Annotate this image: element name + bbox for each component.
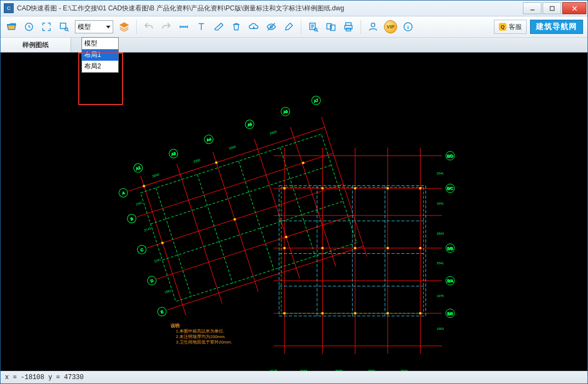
svg-text:2900: 2900 xyxy=(400,369,408,371)
svg-rect-106 xyxy=(419,247,421,249)
svg-rect-99 xyxy=(354,187,356,189)
drawing-canvas[interactable]: A2 A3 A4 A5 A6 A7 A B C D E 300033003300… xyxy=(1,53,587,371)
svg-line-32 xyxy=(156,188,191,296)
history-icon[interactable] xyxy=(22,20,36,33)
svg-text:C: C xyxy=(140,248,144,252)
svg-rect-42 xyxy=(285,236,288,238)
svg-text:B/A: B/A xyxy=(447,279,453,283)
nav-link-label: 建筑导航网 xyxy=(536,22,577,32)
status-bar: x = -18108 y = 47330 xyxy=(1,371,587,383)
svg-text:B/D: B/D xyxy=(447,154,453,158)
zoom-window-icon[interactable] xyxy=(57,20,71,33)
maximize-button[interactable] xyxy=(543,2,561,14)
separator xyxy=(136,20,137,34)
app-icon: C xyxy=(4,3,14,13)
svg-rect-108 xyxy=(322,312,324,315)
chevron-down-icon xyxy=(106,26,110,28)
open-icon[interactable] xyxy=(5,20,18,33)
svg-text:B/0: B/0 xyxy=(447,312,453,316)
close-button[interactable] xyxy=(562,2,586,14)
svg-line-36 xyxy=(150,165,331,224)
svg-text:B/C: B/C xyxy=(447,187,453,190)
svg-text:A2: A2 xyxy=(135,166,141,171)
fullscreen-icon[interactable] xyxy=(40,20,53,33)
layers-icon[interactable] xyxy=(118,20,131,33)
svg-text:2843: 2843 xyxy=(436,232,444,235)
svg-text:2541: 2541 xyxy=(436,172,444,175)
svg-rect-101 xyxy=(419,187,421,189)
eraser-icon[interactable] xyxy=(212,20,225,33)
info-icon[interactable] xyxy=(401,20,415,33)
svg-text:说明:: 说明: xyxy=(170,323,181,328)
undo-icon[interactable] xyxy=(142,20,155,33)
find-text-icon[interactable] xyxy=(307,20,320,33)
svg-rect-103 xyxy=(322,247,324,249)
svg-text:1953: 1953 xyxy=(436,327,444,330)
svg-line-24 xyxy=(167,246,363,310)
view-option-model[interactable]: 模型 xyxy=(82,38,118,49)
svg-text:6175: 6175 xyxy=(270,369,278,371)
separator xyxy=(301,20,301,34)
text-icon[interactable] xyxy=(195,20,208,33)
svg-line-25 xyxy=(141,176,186,315)
svg-line-30 xyxy=(322,117,367,257)
customer-service-button[interactable]: Q 客服 xyxy=(494,20,527,34)
vip-badge[interactable]: VIP xyxy=(384,20,397,33)
trash-icon[interactable] xyxy=(230,20,243,33)
application-window: C CAD快速看图 - E:\工作交接\01 CAD快速看图\B 产品化资料\产… xyxy=(0,0,588,384)
redo-icon[interactable] xyxy=(160,20,173,33)
svg-text:B/B: B/B xyxy=(447,247,453,251)
window-controls xyxy=(523,2,586,14)
svg-point-18 xyxy=(371,23,375,27)
svg-text:2.未注明墙厚均为200mm.: 2.未注明墙厚均为200mm. xyxy=(176,334,225,339)
print-icon[interactable] xyxy=(342,20,355,33)
svg-text:3300: 3300 xyxy=(193,158,201,164)
tab-label: 样例图纸 xyxy=(22,40,49,50)
svg-rect-111 xyxy=(419,312,421,315)
svg-text:2900: 2900 xyxy=(269,130,277,135)
nav-link-button[interactable]: 建筑导航网 xyxy=(530,20,583,34)
view-option-layout2[interactable]: 布局2 xyxy=(82,61,118,72)
customer-service-label: 客服 xyxy=(509,22,522,32)
svg-line-20 xyxy=(129,127,325,191)
svg-text:1.本图中标高以米为单位.: 1.本图中标高以米为单位. xyxy=(176,329,224,334)
tab-active[interactable]: 样例图纸 xyxy=(1,38,71,52)
window-title: CAD快速看图 - E:\工作交接\01 CAD快速看图\B 产品化资料\产品化… xyxy=(17,4,520,13)
view-option-layout1[interactable]: 布局1 xyxy=(82,49,118,61)
svg-text:E: E xyxy=(160,310,164,314)
svg-rect-38 xyxy=(143,185,145,188)
svg-line-34 xyxy=(238,161,273,269)
svg-rect-102 xyxy=(283,247,286,249)
svg-rect-97 xyxy=(283,187,286,189)
svg-text:2143: 2143 xyxy=(144,226,152,232)
svg-text:4933: 4933 xyxy=(300,369,307,371)
cloud-download-icon[interactable] xyxy=(247,20,260,33)
convert-icon[interactable] xyxy=(324,20,337,33)
separator xyxy=(360,20,361,34)
svg-line-7 xyxy=(67,30,69,32)
svg-text:A: A xyxy=(121,191,125,195)
measure-icon[interactable] xyxy=(177,20,190,33)
brush-icon[interactable] xyxy=(282,20,295,33)
minimize-button[interactable] xyxy=(523,2,542,14)
svg-text:A5: A5 xyxy=(247,122,252,127)
svg-text:A7: A7 xyxy=(313,98,319,103)
eye-off-icon[interactable] xyxy=(265,20,278,33)
svg-line-26 xyxy=(177,164,222,304)
svg-text:1641: 1641 xyxy=(436,202,444,205)
svg-line-12 xyxy=(317,31,318,32)
svg-line-33 xyxy=(197,174,232,283)
svg-text:2900: 2900 xyxy=(335,369,343,371)
svg-rect-39 xyxy=(215,161,218,164)
user-icon[interactable] xyxy=(366,20,380,33)
svg-rect-5 xyxy=(60,23,66,28)
svg-text:A4: A4 xyxy=(206,137,212,142)
svg-rect-110 xyxy=(387,312,389,315)
svg-line-22 xyxy=(147,184,344,248)
view-select-dropdown: 模型 布局1 布局2 xyxy=(81,37,119,73)
view-select[interactable]: 模型 xyxy=(75,20,113,33)
svg-line-28 xyxy=(254,139,300,278)
svg-text:2541: 2541 xyxy=(436,261,444,265)
svg-rect-105 xyxy=(387,247,389,249)
svg-text:3000: 3000 xyxy=(152,173,160,178)
